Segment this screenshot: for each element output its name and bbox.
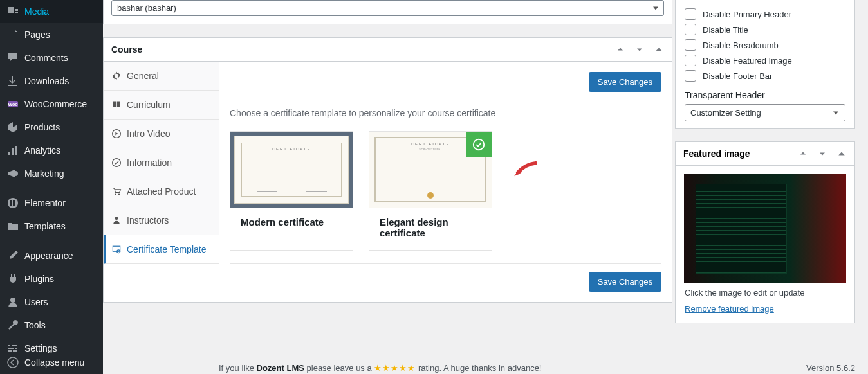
checkbox-icon[interactable] (685, 8, 696, 20)
chevron-up-icon[interactable] (798, 148, 808, 159)
checkbox-icon[interactable] (685, 55, 696, 66)
sidebar-item-tools[interactable]: Tools (0, 314, 103, 337)
play-circle-icon (111, 129, 122, 139)
main-area: bashar (bashar) Course General (103, 0, 868, 374)
sidebar-item-products[interactable]: Products (0, 116, 103, 139)
checkbox-disable-featured-image[interactable]: Disable Featured Image (685, 53, 845, 68)
chevron-up-icon[interactable] (615, 44, 625, 55)
course-tabs: General Curriculum Intro Video Informati… (104, 62, 219, 302)
checkbox-disable-breadcrumb[interactable]: Disable Breadcrumb (685, 37, 845, 53)
sidebar-item-label: Templates (24, 221, 66, 231)
tab-label: Intro Video (127, 129, 170, 139)
astra-settings-panel: Disable Primary Header Disable Title Dis… (675, 0, 855, 129)
collapse-icon (6, 356, 19, 369)
sidebar-item-label: Marketing (24, 168, 64, 179)
sidebar-item-pages[interactable]: Pages (0, 23, 103, 46)
sidebar-item-label: Tools (24, 320, 46, 330)
elementor-icon (6, 197, 19, 209)
checkbox-icon[interactable] (685, 70, 696, 82)
svg-point-8 (8, 357, 18, 368)
book-icon (111, 100, 122, 110)
featured-image-title: Featured image (683, 148, 750, 159)
sidebar-item-media[interactable]: Media (0, 0, 103, 23)
collapse-menu[interactable]: Collapse menu (0, 351, 103, 374)
tab-intro-video[interactable]: Intro Video (104, 120, 219, 148)
arrow-annotation (513, 161, 537, 181)
tab-curriculum[interactable]: Curriculum (104, 91, 219, 120)
transparent-header-select[interactable]: Customizer Setting (685, 104, 845, 121)
admin-sidebar: Media Pages Comments Downloads Woo WooCo… (0, 0, 103, 374)
sidebar-item-downloads[interactable]: Downloads (0, 69, 103, 93)
cart-icon (111, 186, 122, 197)
help-text: Choose a certificate template to persona… (230, 108, 661, 118)
sidebar-item-label: Downloads (24, 76, 69, 86)
certificate-card-label: Elegant design certificate (369, 208, 492, 250)
svg-point-10 (113, 159, 121, 167)
author-select-value: bashar (bashar) (117, 3, 176, 13)
sidebar-item-elementor[interactable]: Elementor (0, 191, 103, 215)
instructor-icon (111, 215, 122, 226)
tab-label: Certificate Template (127, 244, 206, 254)
check-icon (466, 132, 492, 157)
caret-up-icon[interactable] (836, 148, 847, 159)
sidebar-item-label: Pages (24, 30, 50, 40)
footer-thanks: If you like Dozent LMS please leave us a… (219, 363, 541, 373)
featured-image-thumbnail[interactable] (684, 174, 846, 283)
sidebar-item-analytics[interactable]: Analytics (0, 139, 103, 162)
certificate-card-elegant[interactable]: CERTIFICATE OF ACHIEVEMENT Elegant desig… (369, 131, 492, 251)
tab-label: General (127, 71, 159, 81)
sidebar-item-label: Analytics (24, 145, 60, 156)
course-panel-title: Course (111, 44, 142, 55)
analytics-icon (6, 144, 19, 157)
featured-image-help: Click the image to edit or update (676, 288, 854, 303)
certificate-thumb: CERTIFICATE (230, 132, 353, 208)
author-panel: bashar (bashar) (103, 0, 672, 24)
save-button-bottom[interactable]: Save Changes (589, 272, 661, 292)
remove-featured-image-link[interactable]: Remove featured image (676, 304, 783, 323)
sidebar-item-comments[interactable]: Comments (0, 46, 103, 69)
tab-instructors[interactable]: Instructors (104, 206, 219, 235)
sidebar-item-label: WooCommerce (24, 99, 87, 109)
sidebar-item-label: Plugins (24, 274, 54, 284)
sidebar-item-templates[interactable]: Templates (0, 215, 103, 238)
checkbox-icon[interactable] (685, 24, 696, 35)
sidebar-item-plugins[interactable]: Plugins (0, 267, 103, 290)
transparent-header-label: Transparent Header (685, 90, 845, 100)
certificate-cards: CERTIFICATE Modern certificate CERTIFICA… (230, 131, 661, 251)
rating-link[interactable]: ★★★★★ (374, 363, 416, 373)
svg-point-7 (10, 298, 15, 303)
sidebar-item-woocommerce[interactable]: Woo WooCommerce (0, 93, 103, 116)
chevron-down-icon[interactable] (817, 148, 827, 159)
caret-up-icon[interactable] (654, 44, 664, 55)
sidebar-item-users[interactable]: Users (0, 290, 103, 314)
sidebar-item-marketing[interactable]: Marketing (0, 162, 103, 185)
products-icon (6, 121, 19, 134)
featured-image-panel: Featured image Click the image to edit o… (675, 141, 855, 323)
tab-certificate-template[interactable]: Certificate Template (104, 235, 219, 264)
wrench-icon (6, 319, 19, 332)
gear-icon (111, 71, 122, 81)
tab-label: Information (127, 157, 172, 168)
certificate-card-modern[interactable]: CERTIFICATE Modern certificate (230, 131, 353, 251)
svg-rect-3 (10, 200, 12, 206)
checkbox-disable-title[interactable]: Disable Title (685, 22, 845, 37)
check-circle-icon (111, 157, 122, 168)
footer: If you like Dozent LMS please leave us a… (219, 363, 855, 373)
tab-attached-product[interactable]: Attached Product (104, 177, 219, 206)
checkbox-icon[interactable] (685, 39, 696, 51)
save-button-top[interactable]: Save Changes (589, 72, 661, 92)
tab-general[interactable]: General (104, 62, 219, 91)
tab-information[interactable]: Information (104, 148, 219, 177)
sidebar-item-label: Elementor (24, 198, 66, 208)
checkbox-disable-footer-bar[interactable]: Disable Footer Bar (685, 68, 845, 84)
svg-text:Woo: Woo (8, 102, 17, 107)
course-panel: Course General Curriculum (103, 37, 672, 303)
footer-version: Version 5.6.2 (806, 363, 855, 373)
checkbox-disable-primary-header[interactable]: Disable Primary Header (685, 6, 845, 22)
tab-label: Instructors (127, 215, 169, 226)
download-icon (6, 75, 19, 87)
chevron-down-icon[interactable] (634, 44, 645, 55)
sidebar-item-appearance[interactable]: Appearance (0, 244, 103, 267)
author-select[interactable]: bashar (bashar) (111, 0, 664, 16)
brush-icon (6, 249, 19, 262)
